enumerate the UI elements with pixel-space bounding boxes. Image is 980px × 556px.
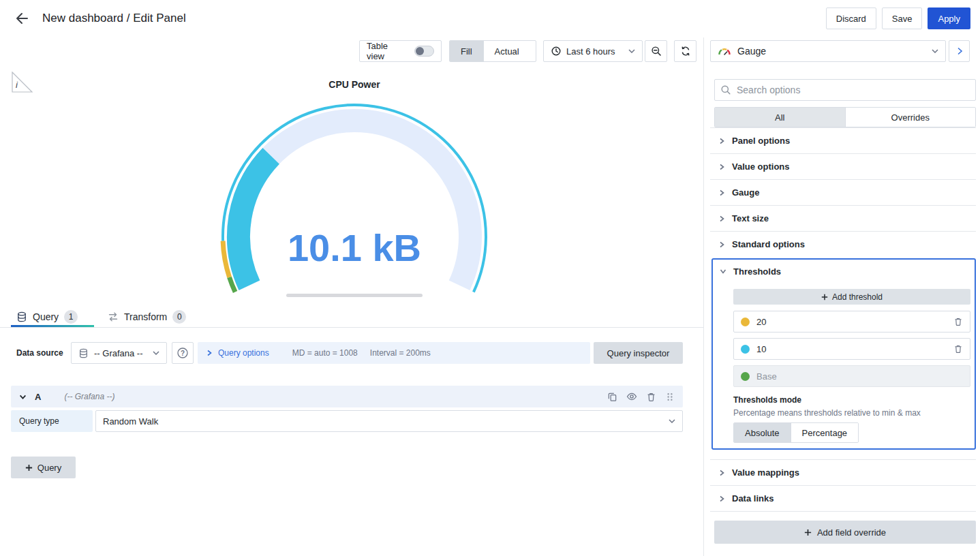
table-view-switch[interactable] <box>414 46 434 57</box>
threshold-color-dot[interactable] <box>741 345 750 354</box>
threshold-row-20[interactable]: 20 <box>733 311 970 333</box>
query-row-header[interactable]: A (-- Grafana --) <box>11 386 683 407</box>
query-options-label: Query options <box>218 348 269 358</box>
tab-query[interactable]: Query 1 <box>16 307 78 327</box>
panel-title: CPU Power <box>0 79 709 90</box>
thresholds-section: Thresholds Add threshold 20 10 <box>711 258 976 450</box>
apply-button[interactable]: Apply <box>928 7 970 29</box>
section-gauge[interactable]: Gauge <box>710 179 976 205</box>
add-query-button[interactable]: Query <box>11 457 76 478</box>
section-standard-options[interactable]: Standard options <box>710 231 976 257</box>
copy-icon[interactable] <box>607 392 617 402</box>
actual-option[interactable]: Actual <box>483 41 530 61</box>
gauge-value-arc <box>239 156 271 285</box>
gauge-panel: 10.1 kB <box>218 102 491 300</box>
thresholds-mode-label: Thresholds mode <box>733 395 801 405</box>
datasource-label: Data source <box>16 342 63 364</box>
plus-icon <box>804 529 812 536</box>
visualization-name: Gauge <box>737 46 766 57</box>
page-title: New dashboard / Edit Panel <box>42 0 186 37</box>
add-field-override-button[interactable]: Add field override <box>714 521 976 544</box>
mode-absolute-option[interactable]: Absolute <box>734 423 791 442</box>
section-text-size[interactable]: Text size <box>710 205 976 231</box>
threshold-value[interactable]: 20 <box>756 317 766 327</box>
section-panel-options[interactable]: Panel options <box>710 127 976 153</box>
chevron-down-icon <box>720 268 726 275</box>
max-data-points-text: MD = auto = 1008 <box>292 348 358 358</box>
query-row-actions <box>607 391 675 402</box>
chevron-right-icon <box>718 495 725 502</box>
tabs-bottom-border <box>0 327 703 328</box>
discard-button[interactable]: Discard <box>826 7 876 29</box>
datasource-picker[interactable]: -- Grafana -- <box>71 342 167 364</box>
threshold-row-10[interactable]: 10 <box>733 338 970 360</box>
question-circle-icon: ? <box>177 347 189 359</box>
chevron-right-icon <box>718 138 725 144</box>
thresholds-section-header[interactable]: Thresholds <box>713 260 975 283</box>
visualization-picker[interactable]: Gauge <box>710 40 946 62</box>
save-button[interactable]: Save <box>882 7 923 29</box>
clock-icon <box>551 46 562 57</box>
gauge-band-green <box>230 277 236 292</box>
threshold-row-base: Base <box>733 365 970 387</box>
eye-icon[interactable] <box>626 391 637 402</box>
trash-icon[interactable] <box>646 392 656 402</box>
datasource-help-button[interactable]: ? <box>172 342 194 364</box>
database-icon <box>16 311 27 322</box>
table-view-toggle[interactable]: Table view <box>359 40 442 62</box>
gauge-value-text: 10.1 kB <box>288 226 421 269</box>
mode-percentage-option[interactable]: Percentage <box>791 423 859 442</box>
gauge-chart: 10.1 kB <box>218 102 491 300</box>
fill-option[interactable]: Fill <box>450 41 483 61</box>
add-threshold-button[interactable]: Add threshold <box>733 289 970 305</box>
delete-threshold-button[interactable] <box>953 317 963 326</box>
chevron-down-icon <box>153 351 159 355</box>
tab-transform[interactable]: Transform 0 <box>108 307 186 327</box>
chevron-right-icon <box>718 164 725 170</box>
chevron-right-icon <box>718 469 725 476</box>
thresholds-title: Thresholds <box>733 266 781 277</box>
query-inspector-button[interactable]: Query inspector <box>594 342 683 364</box>
collapse-options-pane-button[interactable] <box>949 40 970 62</box>
drag-handle-icon[interactable] <box>665 392 675 402</box>
tab-query-count: 1 <box>64 310 78 324</box>
threshold-color-dot[interactable] <box>741 318 750 326</box>
filter-tab-overrides[interactable]: Overrides <box>845 108 976 127</box>
refresh-button[interactable] <box>674 40 696 62</box>
svg-text:?: ? <box>181 350 185 357</box>
zoom-out-icon <box>651 46 662 57</box>
query-options-expander[interactable]: Query options MD = auto = 1008 Interval … <box>198 342 590 364</box>
refresh-icon <box>680 46 691 57</box>
section-value-options[interactable]: Value options <box>710 153 976 179</box>
fill-actual-segmented: Fill Actual <box>449 40 536 62</box>
chevron-down-icon <box>669 419 675 423</box>
section-value-mappings[interactable]: Value mappings <box>710 459 976 485</box>
chevron-right-icon <box>718 241 725 248</box>
tab-transform-label: Transform <box>124 311 167 322</box>
threshold-color-dot <box>741 372 750 381</box>
options-search <box>714 79 976 101</box>
search-icon <box>720 84 731 95</box>
grafana-edit-panel-page: New dashboard / Edit Panel Discard Save … <box>0 0 980 556</box>
gauge-baseline-bar <box>286 294 423 297</box>
header-actions: Discard Save Apply <box>826 7 970 29</box>
delete-threshold-button[interactable] <box>953 344 963 354</box>
filter-tab-all[interactable]: All <box>715 108 845 127</box>
section-data-links[interactable]: Data links <box>710 485 976 511</box>
chevron-down-icon <box>932 49 938 53</box>
pane-divider <box>703 37 704 556</box>
chevron-right-icon <box>206 350 213 356</box>
threshold-value[interactable]: 10 <box>756 344 766 354</box>
back-button[interactable] <box>12 9 31 28</box>
options-filter-tabs: All Overrides <box>714 107 976 127</box>
plus-icon <box>25 464 33 472</box>
query-type-value: Random Walk <box>103 416 158 427</box>
header-bar: New dashboard / Edit Panel Discard Save … <box>0 0 980 37</box>
trash-icon <box>953 317 963 326</box>
time-range-picker[interactable]: Last 6 hours <box>543 40 643 62</box>
thresholds-mode-description: Percentage means thresholds relative to … <box>733 408 921 418</box>
trash-icon <box>953 344 963 354</box>
zoom-out-button[interactable] <box>645 40 667 62</box>
search-options-input[interactable] <box>714 79 976 101</box>
query-type-select[interactable]: Random Walk <box>95 410 683 432</box>
